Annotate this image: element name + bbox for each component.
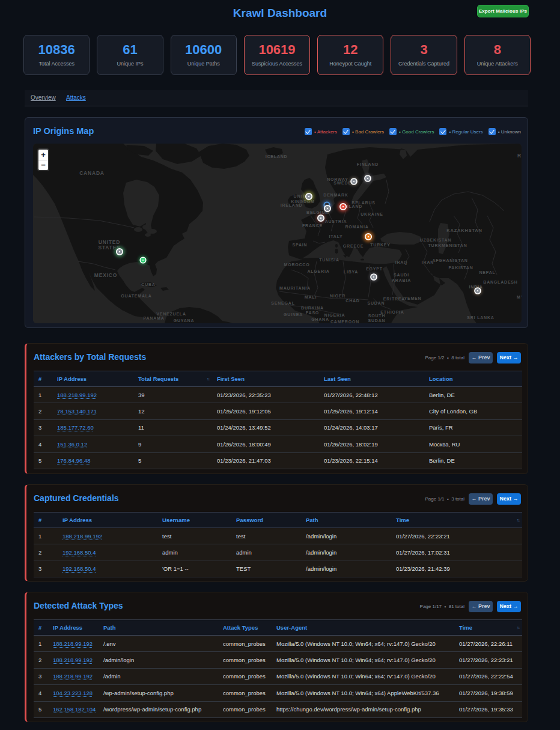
svg-text:SUDAN: SUDAN xyxy=(368,318,386,323)
svg-text:UZBEKISTAN: UZBEKISTAN xyxy=(420,238,452,242)
svg-text:ITALY: ITALY xyxy=(329,234,342,239)
svg-text:IRELAND: IRELAND xyxy=(281,203,303,207)
svg-text:ARABIA: ARABIA xyxy=(392,278,411,282)
svg-text:SAUDI: SAUDI xyxy=(394,273,409,277)
svg-text:IRAQ: IRAQ xyxy=(395,260,408,265)
svg-text:GUINEA: GUINEA xyxy=(284,312,303,317)
svg-text:UKRAINE: UKRAINE xyxy=(361,212,383,216)
svg-text:MEXICO: MEXICO xyxy=(94,272,117,278)
svg-text:NIGERIA: NIGERIA xyxy=(324,313,345,317)
svg-text:RUSSI: RUSSI xyxy=(517,153,522,159)
svg-text:SUDAN: SUDAN xyxy=(368,301,385,305)
svg-text:CHAD: CHAD xyxy=(345,299,359,303)
svg-text:BELARUS: BELARUS xyxy=(352,201,375,205)
svg-text:MOROCCO: MOROCCO xyxy=(284,263,310,267)
svg-text:NEPAL: NEPAL xyxy=(479,270,495,275)
svg-text:ROMANIA: ROMANIA xyxy=(345,225,368,229)
svg-text:SRI LANKA: SRI LANKA xyxy=(467,315,494,320)
svg-text:GUYANA: GUYANA xyxy=(174,318,195,323)
svg-text:SOUTH: SOUTH xyxy=(368,314,386,318)
svg-text:TURKMENISTAN: TURKMENISTAN xyxy=(428,243,467,248)
svg-text:PANAMA: PANAMA xyxy=(143,316,164,320)
svg-text:CUBA: CUBA xyxy=(141,282,155,287)
svg-text:FINLAND: FINLAND xyxy=(357,162,379,166)
svg-text:PAKISTAN: PAKISTAN xyxy=(448,266,473,270)
svg-text:ERITREA: ERITREA xyxy=(383,297,405,301)
svg-text:SPAIN: SPAIN xyxy=(293,243,308,247)
svg-text:GHANA: GHANA xyxy=(311,317,329,321)
svg-text:ALGERIA: ALGERIA xyxy=(307,269,329,273)
svg-text:CAMEROON: CAMEROON xyxy=(330,320,359,323)
svg-text:MAURITANIA: MAURITANIA xyxy=(279,286,311,290)
svg-text:KAZAKHSTAN: KAZAKHSTAN xyxy=(446,228,482,233)
svg-text:BANGLADESH: BANGLADESH xyxy=(483,280,517,284)
svg-text:NIGER: NIGER xyxy=(330,294,345,298)
svg-text:LIBYA: LIBYA xyxy=(344,270,358,274)
svg-text:DENMARK: DENMARK xyxy=(323,193,348,197)
svg-text:MALI: MALI xyxy=(305,295,317,299)
svg-text:CANADA: CANADA xyxy=(79,170,105,176)
svg-text:FRANCE: FRANCE xyxy=(302,224,323,228)
svg-text:SENEGAL: SENEGAL xyxy=(271,301,294,305)
svg-text:EGYPT: EGYPT xyxy=(366,267,383,271)
svg-text:TUNISIA: TUNISIA xyxy=(319,258,339,262)
svg-text:YEMEN: YEMEN xyxy=(404,296,422,300)
svg-text:FASO: FASO xyxy=(306,311,319,315)
svg-text:AFGHANISTAN: AFGHANISTAN xyxy=(432,258,467,263)
svg-text:ETHIOPIA: ETHIOPIA xyxy=(380,310,404,314)
svg-text:GREECE: GREECE xyxy=(343,244,364,248)
svg-text:MYANM: MYANM xyxy=(517,295,522,299)
svg-text:TURKEY: TURKEY xyxy=(370,243,391,247)
svg-text:GUATEMALA: GUATEMALA xyxy=(121,294,151,298)
svg-text:VENEZUELA: VENEZUELA xyxy=(156,312,186,316)
svg-text:BURKINA: BURKINA xyxy=(301,306,324,310)
svg-text:AUSTRIA: AUSTRIA xyxy=(325,219,347,224)
svg-text:ICELAND: ICELAND xyxy=(266,154,288,159)
